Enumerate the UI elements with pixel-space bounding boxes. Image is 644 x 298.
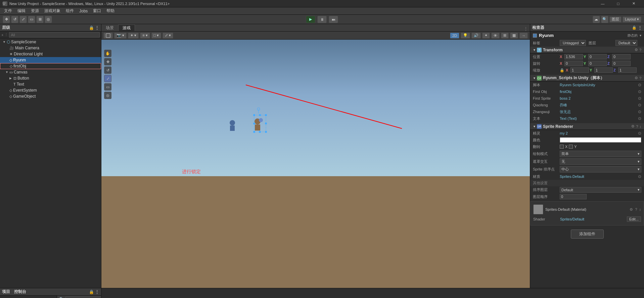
order-input[interactable] [560, 194, 587, 199]
pos-z-input[interactable] [612, 54, 631, 59]
object-active-checkbox[interactable] [533, 34, 537, 38]
toolbar-move[interactable]: ✥ [3, 16, 10, 23]
firstsprite-ref-btn[interactable]: ⊙ [638, 96, 641, 101]
hierarchy-item-canvas[interactable]: ▼ ▭ Canvas [0, 69, 101, 75]
hierarchy-item-maincamera[interactable]: 🎥 Main Camera [0, 45, 101, 51]
tool-move[interactable]: ✥ [104, 58, 111, 65]
transform-help-icon[interactable]: ? [639, 48, 641, 52]
hierarchy-item-dirlight[interactable]: ☀ Directional Light [0, 51, 101, 57]
tool-extra[interactable]: ◎ [104, 92, 111, 99]
hierarchy-item-samplescene[interactable]: ▼ ⬡ SampleScene [0, 39, 101, 45]
scene-res-btn[interactable]: □ ▾ [151, 33, 162, 39]
tool-hand[interactable]: ✋ [104, 50, 111, 57]
hierarchy-lock-icon[interactable]: 🔒 [89, 26, 94, 30]
hierarchy-item-eventsystem[interactable]: ◇ EventSystem [0, 87, 101, 93]
material-arrow-icon[interactable]: ↕ [639, 207, 641, 211]
menu-jobs[interactable]: Jobs [77, 9, 90, 13]
tab-game[interactable]: 游戏 [118, 24, 135, 31]
sprite-arrow-icon[interactable]: ↕ [640, 125, 642, 129]
transform-settings-icon[interactable]: ⚙ [635, 48, 638, 52]
toolbar-extra[interactable]: ◎ [45, 16, 52, 23]
menu-file[interactable]: 文件 [1, 8, 15, 14]
scene-display-btn[interactable]: 📷 ▾ [114, 33, 127, 39]
mask-dropdown[interactable]: 无 ▾ [560, 158, 641, 165]
color-swatch[interactable] [560, 137, 641, 143]
toolbar-transform[interactable]: ⊞ [36, 16, 44, 23]
inspector-menu-icon[interactable]: ⋮ [638, 26, 642, 30]
scene-view[interactable]: 进行锁定 ✋ ✥ ↺ ⤢ ▭ ◎ [101, 40, 530, 288]
sprite-help-icon[interactable]: ? [636, 125, 638, 129]
tag-select[interactable]: Untagged [560, 40, 586, 46]
script-settings-icon[interactable]: ⚙ [635, 76, 638, 80]
hierarchy-item-gameobject[interactable]: ◇ GameObject [0, 93, 101, 99]
rot-z-input[interactable] [612, 61, 631, 66]
scene-nav-btn[interactable]: → [519, 33, 528, 39]
search-btn[interactable]: 🔍 [601, 16, 608, 23]
toolbar-rect[interactable]: ▭ [28, 16, 35, 23]
step-button[interactable]: ⏭ [329, 16, 338, 23]
scale-lock-icon[interactable]: 🔒 [560, 68, 564, 72]
scene-fx-btn[interactable]: ✦ ▾ [128, 33, 139, 39]
tab-scene[interactable]: 场景 [101, 24, 118, 31]
qiaofeng-ref-btn[interactable]: ⊙ [638, 103, 641, 107]
sprite-settings-icon[interactable]: ⚙ [631, 124, 635, 129]
zhangwuji-ref-btn[interactable]: ⊙ [638, 109, 641, 114]
script-help-icon[interactable]: ? [639, 76, 641, 80]
sprite-sort-dropdown[interactable]: 中心 ▾ [560, 166, 641, 172]
play-button[interactable]: ▶ [306, 16, 315, 23]
menu-assets[interactable]: 资源 [28, 8, 42, 14]
rot-x-input[interactable] [564, 61, 583, 66]
inspector-lock-icon[interactable]: 🔒 [632, 26, 637, 30]
view-more-icon[interactable]: ⋮ [524, 27, 528, 31]
edit-shader-btn[interactable]: Edit... [627, 216, 641, 222]
scene-scale-btn[interactable]: ⤢ ▾ [163, 33, 173, 39]
scene-gizmo-btn[interactable]: ▦ [510, 33, 518, 39]
rot-y-input[interactable] [588, 61, 607, 66]
menu-help[interactable]: 帮助 [104, 8, 117, 14]
menu-gameobject[interactable]: 游戏对象 [42, 8, 63, 14]
scene-draw-btn[interactable] [103, 33, 113, 39]
file-search-input[interactable] [65, 297, 101, 298]
toolbar-scale[interactable]: ⤢ [19, 16, 27, 23]
scene-grid-btn[interactable]: ⊞ [501, 33, 509, 39]
draw-mode-dropdown[interactable]: 简单 ▾ [560, 151, 641, 157]
proj-item-add[interactable]: + ▾ [0, 296, 57, 298]
scale-x-input[interactable] [570, 67, 589, 73]
hierarchy-search-input[interactable] [9, 32, 100, 38]
hierarchy-menu-icon[interactable]: ⋮ [95, 26, 99, 30]
scene-fx2-btn[interactable]: ✦ [482, 33, 490, 39]
layer-select[interactable]: Default [615, 40, 637, 46]
layout-btn[interactable]: 图层 [609, 16, 622, 22]
collab-btn[interactable]: ☁ [593, 16, 600, 23]
hierarchy-item-ryunm[interactable]: ◇ Ryunm [0, 57, 101, 63]
tool-scale[interactable]: ⤢ [104, 75, 111, 82]
close-button[interactable]: ✕ [626, 0, 641, 7]
hierarchy-item-button[interactable]: ▶ ⊡ Button [0, 75, 101, 81]
text-ref-btn[interactable]: ⊙ [638, 116, 641, 121]
scene-audio-btn[interactable]: 🔊 [471, 33, 481, 39]
script-component-header[interactable]: ▼ C# Ryunm_Scripts In Unity（脚本） ⚙ ? [530, 75, 644, 82]
pos-x-input[interactable] [564, 54, 583, 59]
scale-z-input[interactable] [618, 67, 637, 73]
scene-light-btn[interactable]: 💡 [461, 33, 470, 39]
pos-y-input[interactable] [588, 54, 607, 59]
tool-rotate[interactable]: ↺ [104, 66, 111, 74]
add-component-button[interactable]: 添加组件 [571, 230, 604, 239]
scale-y-input[interactable] [594, 67, 613, 73]
layout-preset-btn[interactable]: Layout ▾ [623, 16, 641, 22]
sprite-ref-btn[interactable]: ⊙ [638, 131, 641, 136]
hierarchy-item-firstobj[interactable]: ◇ firstObj [0, 63, 101, 69]
toolbar-rotate[interactable]: ↺ [11, 16, 18, 23]
firstobj-ref-btn[interactable]: ⊙ [638, 89, 641, 94]
hierarchy-item-text[interactable]: T Text [0, 81, 101, 87]
transform-header[interactable]: ▼ T Transform ⚙ ? [530, 47, 644, 53]
scene-2d-btn[interactable]: 2D [450, 33, 459, 39]
maximize-button[interactable]: □ [610, 0, 626, 7]
menu-edit[interactable]: 编辑 [15, 8, 28, 14]
project-lock-icon[interactable]: 🔒 [89, 290, 94, 294]
sprite-renderer-header[interactable]: ▼ SR Sprite Renderer ⚙ ? ↕ [530, 123, 644, 130]
flip-x-checkbox[interactable] [560, 145, 564, 149]
material-help-icon[interactable]: ? [635, 207, 637, 211]
sorting-layer-dropdown[interactable]: Default ▾ [560, 187, 641, 193]
minimize-button[interactable]: — [595, 0, 610, 7]
